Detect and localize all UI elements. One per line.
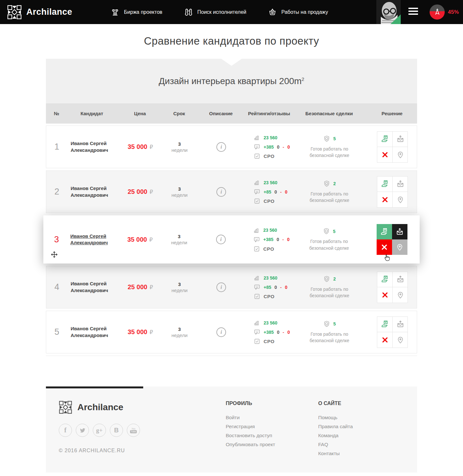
hamburger-menu-icon[interactable] [408, 8, 418, 16]
twitter-icon[interactable] [76, 424, 89, 437]
safe-deal-cell: 5 Готов работать по безопасной сделке [292, 320, 367, 344]
page-title-section: Сравнение кандидатов по проекту [0, 24, 463, 59]
price-cell: 25 000₽ [117, 188, 164, 195]
facebook-icon[interactable]: f [59, 424, 72, 437]
term-cell: 3недели [164, 186, 195, 198]
description-cell: i [195, 282, 247, 292]
avatar-photo [376, 0, 401, 24]
candidate-name-link[interactable]: Иванов Сергей Александрович [71, 325, 117, 339]
drag-move-icon[interactable] [50, 251, 58, 258]
hand-with-package-icon [380, 228, 389, 236]
copyright: © 2016 ARCHILANCE.RU [59, 448, 226, 454]
hire-button[interactable] [377, 272, 393, 287]
info-icon[interactable]: i [216, 235, 226, 244]
send-message-button[interactable] [393, 132, 408, 147]
nav-item-find-contractors[interactable]: Поиск исполнителей [184, 8, 247, 16]
safe-deal-cell: 5 Готов работать по безопасной сделке [291, 228, 367, 251]
send-message-button[interactable] [393, 177, 408, 192]
footer-brand[interactable]: Archilance [59, 401, 226, 414]
footer-link-publish-project[interactable]: Опубликовать проект [226, 442, 318, 447]
nav-label: Биржа проектов [124, 9, 162, 15]
footer-link-register[interactable]: Регистрация [226, 424, 318, 429]
envelope-up-icon [396, 180, 405, 188]
reject-button[interactable] [377, 287, 393, 303]
candidate-name-link[interactable]: Иванов Сергей Александрович [71, 140, 117, 153]
project-title-sup: 2 [301, 76, 304, 82]
row-number: 5 [46, 327, 67, 337]
pin-plus-icon [396, 195, 405, 204]
candidate-name-link[interactable]: Иванов Сергей Александрович [71, 281, 117, 294]
youtube-icon[interactable]: You Tube [127, 424, 140, 437]
hire-button[interactable] [377, 224, 392, 239]
footer-link-faq[interactable]: FAQ [318, 442, 353, 447]
table-header: № Кандидат Цена Срок Описание Рейтинги/о… [46, 103, 417, 124]
social-links: f g+ B You Tube [59, 424, 226, 437]
google-plus-icon[interactable]: g+ [93, 424, 106, 437]
notch-triangle [221, 59, 242, 66]
reject-button[interactable] [377, 239, 392, 255]
reject-button[interactable] [377, 332, 393, 348]
reject-button[interactable] [377, 147, 393, 162]
footer-column-about: О САЙТЕ Помощь Правила сайта Команда FAQ… [318, 401, 353, 460]
footer-link-contacts[interactable]: Контакты [318, 451, 353, 456]
bar-chart-icon [253, 227, 260, 234]
term-cell: 3недели [164, 281, 195, 293]
pin-plus-button[interactable] [393, 192, 408, 207]
ratings-cell: 23 560 +3850-0 СРО [247, 319, 292, 345]
description-cell: i [195, 235, 247, 244]
nav-item-works-for-sale[interactable]: Работы на продажу [268, 8, 328, 16]
row-number: 1 [46, 142, 67, 152]
behance-icon[interactable]: B [110, 424, 123, 437]
info-icon[interactable]: i [216, 187, 226, 197]
decision-cell [367, 224, 417, 255]
pin-plus-button[interactable] [393, 147, 408, 162]
send-message-button[interactable] [392, 224, 407, 239]
nav-label: Работы на продажу [281, 9, 328, 15]
decision-cell [367, 131, 417, 163]
brand[interactable]: Archilance [7, 5, 72, 20]
pin-plus-button[interactable] [392, 239, 407, 255]
profile-progress-circle[interactable] [430, 4, 445, 20]
pin-plus-button[interactable] [393, 332, 408, 348]
ruble-sign: ₽ [150, 144, 153, 150]
info-icon[interactable]: i [216, 142, 226, 152]
footer-link-help[interactable]: Помощь [318, 415, 353, 420]
candidate-cell: Иванов Сергей Александрович [67, 140, 117, 153]
brand-name: Archilance [26, 7, 72, 17]
footer-link-login[interactable]: Войти [226, 415, 318, 420]
reviews-icon [253, 236, 260, 243]
nav-item-projects-exchange[interactable]: Биржа проектов [111, 8, 162, 16]
footer-brand-block: Archilance f g+ B You Tube © 2016 ARCHIL… [46, 401, 226, 460]
ratings-cell: 23 560 +850-0 СРО [247, 274, 292, 300]
pin-plus-button[interactable] [393, 287, 408, 303]
footer-column-profile: ПРОФИЛЬ Войти Регистрация Востановить до… [226, 401, 318, 460]
ruble-sign: ₽ [150, 189, 153, 195]
reject-button[interactable] [377, 192, 393, 207]
info-icon[interactable]: i [216, 327, 226, 337]
nav-label: Поиск исполнителей [197, 9, 247, 15]
user-avatar[interactable] [376, 0, 401, 24]
content-column: Дизайн интерьера квартиры 200m2 № Кандид… [46, 59, 417, 476]
pin-plus-icon [396, 291, 405, 299]
ruble-sign: ₽ [149, 237, 153, 243]
envelope-up-icon [396, 228, 404, 236]
candidate-cell: Иванов Сергей Александрович [67, 325, 117, 339]
cross-icon [381, 291, 389, 299]
send-message-button[interactable] [393, 317, 408, 332]
hire-button[interactable] [377, 177, 393, 192]
footer-link-team[interactable]: Команда [318, 433, 353, 438]
shield-icon [323, 228, 330, 235]
safe-deal-text: Готов работать по безопасной сделке [304, 191, 355, 204]
reviews-icon [254, 188, 260, 195]
send-message-button[interactable] [393, 272, 408, 287]
footer-brand-name: Archilance [77, 402, 123, 412]
candidate-name-link[interactable]: Иванов Сергей Александрович [70, 233, 117, 246]
footer-link-restore-access[interactable]: Востановить доступ [226, 433, 318, 438]
hire-button[interactable] [377, 317, 393, 332]
footer-link-site-rules[interactable]: Правила сайта [318, 424, 353, 429]
hire-button[interactable] [377, 132, 393, 147]
envelope-up-icon [396, 320, 405, 328]
info-icon[interactable]: i [216, 282, 226, 292]
bottom-strip [46, 472, 417, 476]
candidate-name-link[interactable]: Иванов Сергей Александрович [71, 185, 117, 198]
